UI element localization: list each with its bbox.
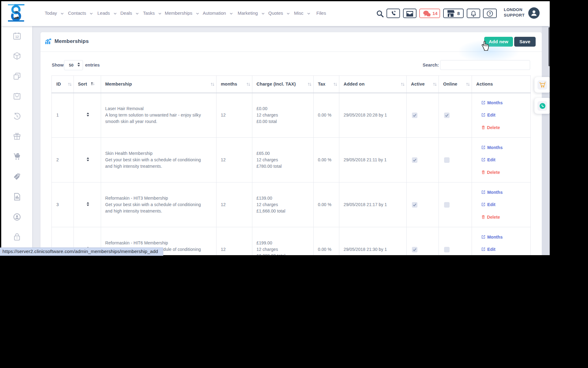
svg-text:12: 12 xyxy=(15,35,19,39)
svg-text:?: ? xyxy=(489,12,491,16)
